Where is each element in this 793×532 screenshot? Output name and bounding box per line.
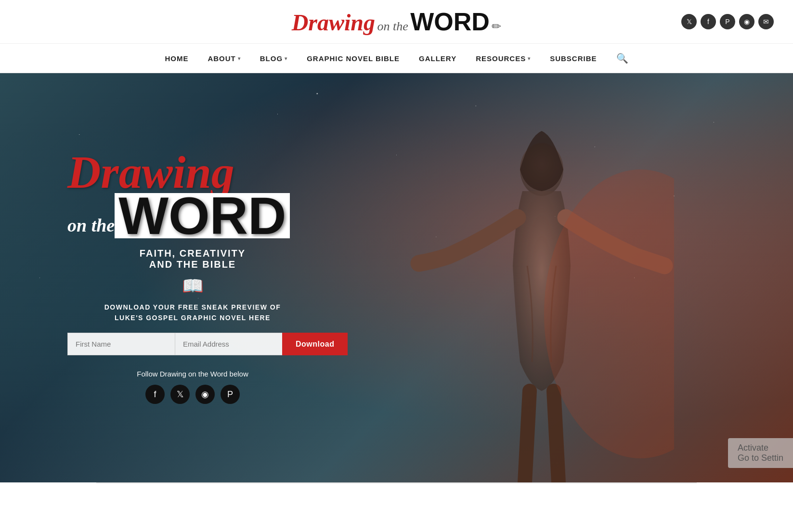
hero-cta-text: DOWNLOAD YOUR FREE SNEAK PREVIEW OF LUKE… (67, 302, 318, 324)
book-icon: 📖 (67, 276, 318, 296)
hero-on-the-text: on the (67, 216, 115, 234)
first-name-input[interactable] (67, 333, 175, 355)
bottom-divider (96, 482, 697, 483)
hero-signup-form: Download (67, 333, 318, 355)
blog-chevron-icon: ▾ (285, 56, 287, 61)
resources-chevron-icon: ▾ (528, 56, 531, 61)
pencil-icon: ✏ (492, 20, 501, 33)
about-chevron-icon: ▾ (238, 56, 241, 61)
nav-item-graphic-novel[interactable]: GRAPHIC NOVEL BIBLE (307, 54, 400, 63)
nav-item-gallery[interactable]: GALLERY (419, 54, 456, 63)
search-icon[interactable]: 🔍 (616, 52, 628, 64)
hero-figure-illustration (409, 121, 674, 482)
header-pinterest-icon[interactable]: P (720, 14, 735, 29)
logo-drawing-text: Drawing (292, 10, 375, 35)
download-button[interactable]: Download (282, 333, 348, 355)
hero-section: Drawing on the WORD FAITH, CREATIVITY AN… (0, 73, 793, 482)
follow-text: Follow Drawing on the Word below (67, 370, 318, 378)
email-address-input[interactable] (175, 333, 282, 355)
nav-item-blog[interactable]: BLOG ▾ (260, 54, 287, 63)
site-logo[interactable]: Drawing on the WORD ✏ (292, 7, 502, 36)
hero-pinterest-icon[interactable]: P (221, 385, 240, 404)
hero-facebook-icon[interactable]: f (145, 385, 165, 404)
logo-on-the-text: on the (377, 19, 408, 33)
hero-word-text: WORD (115, 193, 290, 238)
hero-social-icons: f 𝕏 ◉ P (67, 385, 318, 404)
header: Drawing on the WORD ✏ 𝕏 f P ◉ ✉ (0, 0, 793, 44)
header-facebook-icon[interactable]: f (701, 14, 716, 29)
hero-twitter-icon[interactable]: 𝕏 (170, 385, 190, 404)
nav-item-resources[interactable]: RESOURCES ▾ (476, 54, 531, 63)
logo-word-text: WORD (410, 8, 490, 36)
nav-item-about[interactable]: ABOUT ▾ (208, 54, 240, 63)
activate-watermark: Activate Go to Settin (728, 438, 793, 468)
hero-subtitle: FAITH, CREATIVITY AND THE BIBLE (67, 248, 318, 270)
hero-instagram-icon[interactable]: ◉ (195, 385, 215, 404)
hero-title-row: on the WORD (67, 193, 318, 238)
header-email-icon[interactable]: ✉ (758, 14, 774, 29)
main-nav: HOME ABOUT ▾ BLOG ▾ GRAPHIC NOVEL BIBLE … (0, 44, 793, 73)
header-twitter-icon[interactable]: 𝕏 (681, 14, 697, 29)
header-social-icons: 𝕏 f P ◉ ✉ (681, 14, 774, 29)
hero-content-area: Drawing on the WORD FAITH, CREATIVITY AN… (67, 152, 318, 404)
nav-item-home[interactable]: HOME (165, 54, 188, 63)
nav-item-subscribe[interactable]: SUBSCRIBE (550, 54, 597, 63)
header-instagram-icon[interactable]: ◉ (739, 14, 754, 29)
